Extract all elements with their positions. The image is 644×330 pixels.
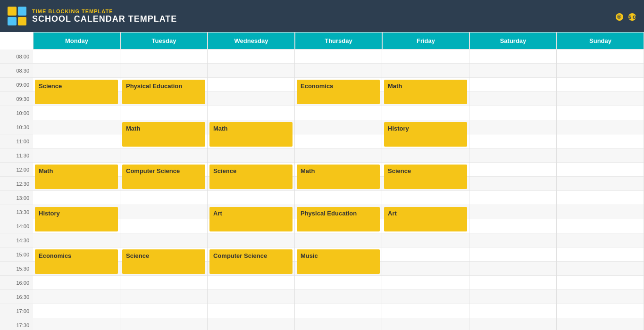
day-col-sunday <box>557 50 644 330</box>
event-monday-math: Math <box>35 165 118 189</box>
time-labels-col: 08:0008:3009:0009:3010:0010:3011:0011:30… <box>0 50 33 330</box>
event-tuesday-computer-science: Computer Science <box>122 165 205 189</box>
day-header-sunday: Sunday <box>557 32 644 50</box>
day-col-tuesday: Physical EducationMathComputer ScienceSc… <box>120 50 208 330</box>
event-thursday-physical-education: Physical Education <box>297 207 380 231</box>
event-monday-science: Science <box>35 80 118 104</box>
brand-logo: ® someka <box>616 8 636 24</box>
event-friday-science: Science <box>384 165 467 189</box>
event-tuesday-science: Science <box>122 249 205 274</box>
time-label-1100: 11:00 <box>0 134 33 148</box>
time-label-1030: 10:30 <box>0 120 33 134</box>
header-titles: TIME BLOCKING TEMPLATE SCHOOL CALENDAR T… <box>32 8 177 24</box>
event-tuesday-math: Math <box>122 122 205 147</box>
event-wednesday-art: Art <box>209 207 293 231</box>
time-label-1500: 15:00 <box>0 248 33 262</box>
header: TIME BLOCKING TEMPLATE SCHOOL CALENDAR T… <box>0 0 644 32</box>
day-headers: Monday Tuesday Wednesday Thursday Friday… <box>0 32 644 50</box>
day-col-wednesday: MathScienceArtComputer Science <box>208 50 295 330</box>
header-subtitle: TIME BLOCKING TEMPLATE <box>32 8 177 14</box>
day-header-wednesday: Wednesday <box>208 32 295 50</box>
day-col-saturday <box>469 50 557 330</box>
day-header-friday: Friday <box>382 32 469 50</box>
event-wednesday-computer-science: Computer Science <box>209 249 293 274</box>
time-label-1630: 16:30 <box>0 290 33 304</box>
event-monday-history: History <box>35 207 118 231</box>
days-area: ScienceMathHistoryEconomics Physical Edu… <box>33 50 644 330</box>
time-label-1230: 12:30 <box>0 177 33 191</box>
day-header-thursday: Thursday <box>295 32 382 50</box>
calendar-grid: 08:0008:3009:0009:3010:0010:3011:0011:30… <box>0 50 644 330</box>
time-label-1730: 17:30 <box>0 318 33 330</box>
time-label-1600: 16:00 <box>0 276 33 290</box>
brand-name: someka <box>628 13 636 21</box>
day-header-saturday: Saturday <box>469 32 557 50</box>
event-wednesday-science: Science <box>209 165 293 189</box>
time-label-0830: 08:30 <box>0 64 33 78</box>
time-label-1530: 15:30 <box>0 262 33 276</box>
logo-icon <box>8 7 26 25</box>
event-thursday-music: Music <box>297 249 380 274</box>
time-label-1700: 17:00 <box>0 304 33 318</box>
time-label-1200: 12:00 <box>0 163 33 177</box>
day-header-empty <box>0 32 33 50</box>
time-label-1400: 14:00 <box>0 219 33 233</box>
day-header-monday: Monday <box>33 32 120 50</box>
day-col-thursday: EconomicsMathPhysical EducationMusic <box>295 50 382 330</box>
time-label-0930: 09:30 <box>0 92 33 106</box>
brand-dot: ® <box>616 13 623 21</box>
time-label-1000: 10:00 <box>0 106 33 120</box>
time-label-1130: 11:30 <box>0 148 33 163</box>
event-friday-art: Art <box>384 207 467 231</box>
time-label-0800: 08:00 <box>0 50 33 64</box>
event-monday-economics: Economics <box>35 249 118 274</box>
day-header-tuesday: Tuesday <box>120 32 208 50</box>
event-tuesday-physical-education: Physical Education <box>122 80 205 104</box>
event-thursday-economics: Economics <box>297 80 380 104</box>
time-label-1300: 13:00 <box>0 191 33 205</box>
event-friday-history: History <box>384 122 467 147</box>
time-label-1430: 14:30 <box>0 233 33 248</box>
event-wednesday-math: Math <box>209 122 293 147</box>
time-label-0900: 09:00 <box>0 78 33 92</box>
day-col-friday: MathHistoryScienceArt <box>382 50 469 330</box>
header-title: SCHOOL CALENDAR TEMPLATE <box>32 14 177 24</box>
event-thursday-math: Math <box>297 165 380 189</box>
event-friday-math: Math <box>384 80 467 104</box>
time-label-1330: 13:30 <box>0 205 33 219</box>
day-col-monday: ScienceMathHistoryEconomics <box>33 50 120 330</box>
header-left: TIME BLOCKING TEMPLATE SCHOOL CALENDAR T… <box>8 7 177 25</box>
